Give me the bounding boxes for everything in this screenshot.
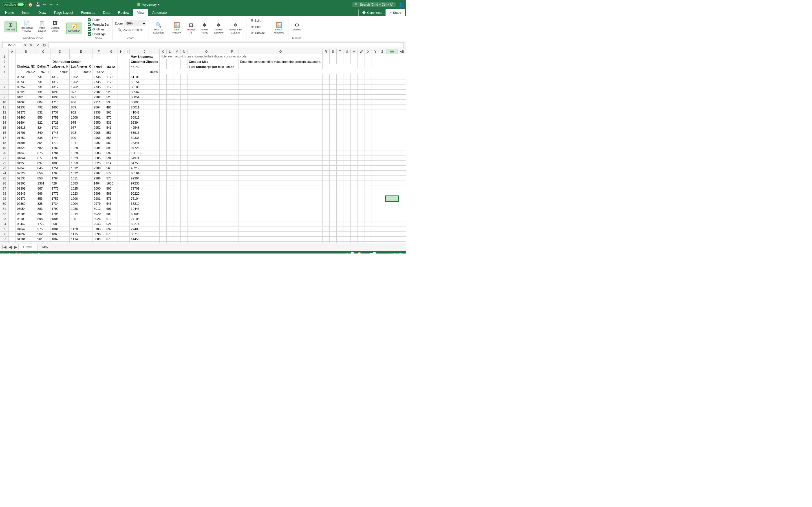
cell-P21[interactable] (225, 156, 239, 161)
cell-X32[interactable] (365, 211, 372, 216)
cell-T34[interactable] (336, 221, 343, 226)
cell-G13[interactable]: 570 (105, 115, 118, 120)
cell-S38[interactable] (329, 242, 336, 243)
cell-E11[interactable]: 889 (70, 105, 93, 110)
cell-W8[interactable] (357, 90, 365, 95)
cell-E17[interactable]: 990 (70, 135, 93, 140)
cell-H24[interactable] (117, 171, 124, 176)
cell-O34[interactable] (188, 221, 225, 226)
cell-H25[interactable] (117, 176, 124, 181)
cell-L24[interactable] (166, 171, 173, 176)
cell-X26[interactable] (365, 181, 372, 186)
cell-P9[interactable] (225, 95, 239, 100)
row-11-header[interactable]: 11 (0, 105, 9, 110)
cell-M17[interactable] (173, 135, 181, 140)
cell-M26[interactable] (173, 181, 181, 186)
col-E[interactable]: E (70, 49, 93, 54)
cell-A20[interactable] (9, 151, 16, 156)
cell-Z23[interactable] (379, 166, 386, 171)
cell-U22[interactable] (343, 161, 350, 166)
cell-S32[interactable] (329, 211, 336, 216)
cell-H29[interactable] (117, 196, 124, 201)
cell-U33[interactable] (343, 216, 350, 221)
cell-X15[interactable] (365, 125, 372, 130)
search-box[interactable]: 🔍 Search (Cmd + Ctrl + U) (352, 2, 396, 7)
cell-S12[interactable] (329, 110, 336, 115)
cell-H2[interactable] (117, 59, 124, 64)
cell-W25[interactable] (357, 176, 365, 181)
cell-V26[interactable] (350, 181, 357, 186)
cancel-btn[interactable]: ✕ (29, 43, 34, 47)
cell-F10[interactable]: 2911 (93, 100, 105, 105)
cell-D29[interactable]: 1759 (50, 196, 69, 201)
cell-T19[interactable] (336, 145, 343, 151)
cell-H15[interactable] (117, 125, 124, 130)
cell-K20[interactable] (159, 151, 166, 156)
cell-R13[interactable] (322, 115, 329, 120)
cell-B28[interactable]: 02343 (15, 191, 36, 196)
cell-F29[interactable]: 2981 (93, 196, 105, 201)
cell-V17[interactable] (350, 135, 357, 140)
cell-J30[interactable]: 37210 (130, 201, 160, 206)
cell-T2[interactable] (336, 59, 343, 64)
cell-AA12[interactable] (386, 110, 398, 115)
cell-F7[interactable]: 2735 (93, 84, 105, 90)
cell-Y19[interactable] (372, 145, 379, 151)
cell-K35[interactable] (159, 226, 166, 231)
cell-G27[interactable]: 590 (105, 186, 118, 191)
cell-O8[interactable] (188, 90, 225, 95)
cell-D23[interactable]: 1751 (50, 166, 69, 171)
cell-R5[interactable] (322, 74, 329, 79)
cell-T32[interactable] (336, 211, 343, 216)
cell-P12[interactable] (225, 110, 239, 115)
cell-E15[interactable]: 977 (70, 125, 93, 130)
cell-A32[interactable] (9, 211, 16, 216)
cell-G5[interactable]: 1178 (105, 74, 118, 79)
col-Q[interactable]: Q (239, 49, 322, 54)
cell-G22[interactable]: 614 (105, 161, 118, 166)
cell-F27[interactable]: 3000 (93, 186, 105, 191)
cell-T36[interactable] (336, 231, 343, 237)
cell-Z22[interactable] (379, 161, 386, 166)
cell-I14[interactable] (125, 120, 130, 125)
cell-A10[interactable] (9, 100, 16, 105)
cell-W29[interactable] (357, 196, 365, 201)
cell-W1[interactable] (357, 54, 365, 59)
cell-X2[interactable] (365, 59, 372, 64)
cell-J9[interactable]: 08054 (130, 95, 160, 100)
cell-U30[interactable] (343, 201, 350, 206)
cell-I9[interactable] (125, 95, 130, 100)
cell-T38[interactable] (336, 242, 343, 243)
cell-V10[interactable] (350, 100, 357, 105)
cell-E23[interactable]: 1012 (70, 166, 93, 171)
cell-J32[interactable]: 60504 (130, 211, 160, 216)
tab-pagelayout[interactable]: Page Layout (50, 9, 77, 16)
cell-A17[interactable] (9, 135, 16, 140)
cell-I31[interactable] (125, 206, 130, 211)
autosave-toggle[interactable]: AutoSave (2, 2, 26, 7)
cell-C33[interactable]: 898 (36, 216, 50, 221)
cell-AB18[interactable] (398, 140, 406, 145)
navigation-btn[interactable]: 🧭 Navigation (66, 22, 82, 34)
cell-K23[interactable] (159, 166, 166, 171)
cell-Y24[interactable] (372, 171, 379, 176)
cell-V18[interactable] (350, 140, 357, 145)
cell-P10[interactable] (225, 100, 239, 105)
cell-I32[interactable] (125, 211, 130, 216)
cell-L21[interactable] (166, 156, 173, 161)
cell-V5[interactable] (350, 74, 357, 79)
cell-K7[interactable] (159, 84, 166, 90)
cell-C35[interactable]: 975 (36, 226, 50, 231)
cell-I35[interactable] (125, 226, 130, 231)
cell-L5[interactable] (166, 74, 173, 79)
cell-U1[interactable] (343, 54, 350, 59)
cell-M33[interactable] (173, 216, 181, 221)
cell-N8[interactable] (181, 90, 188, 95)
cell-O25[interactable] (188, 176, 225, 181)
cell-AB22[interactable] (398, 161, 406, 166)
cell-R3[interactable] (322, 64, 357, 69)
cell-K31[interactable] (159, 206, 166, 211)
cell-H9[interactable] (117, 95, 124, 100)
cell-O5[interactable] (188, 74, 225, 79)
cell-M9[interactable] (173, 95, 181, 100)
